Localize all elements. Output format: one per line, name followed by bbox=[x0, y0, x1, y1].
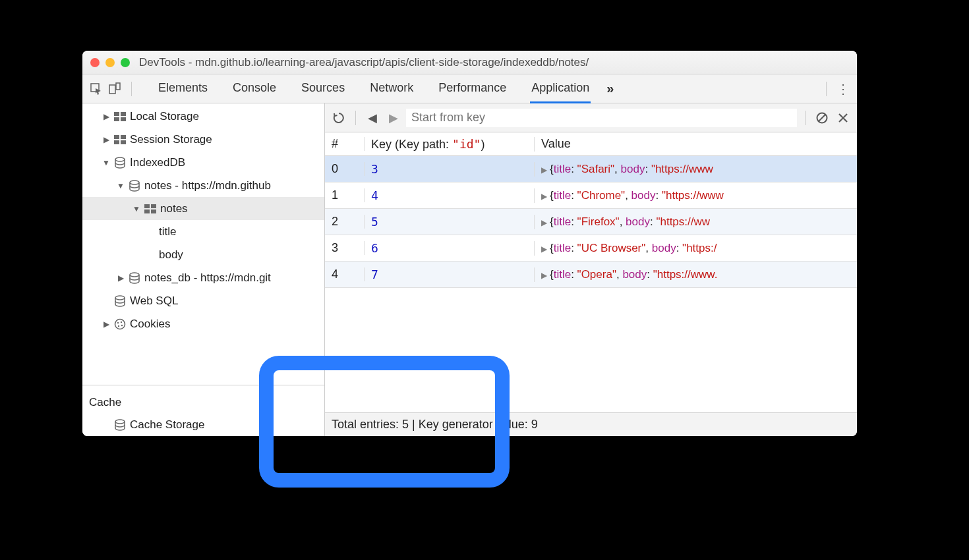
cell-value: ▶{title: "Chrome", body: "https://www bbox=[535, 188, 857, 202]
svg-point-12 bbox=[130, 181, 139, 184]
expand-arrow-icon[interactable] bbox=[117, 181, 125, 190]
sidebar-item-label: notes bbox=[160, 202, 188, 215]
table-row[interactable]: 14▶{title: "Chrome", body: "https://www bbox=[325, 182, 857, 209]
cell-key: 7 bbox=[365, 267, 535, 282]
table-header: # Key (Key path: "id") Value bbox=[325, 132, 857, 156]
svg-rect-6 bbox=[121, 117, 126, 121]
tab-performance[interactable]: Performance bbox=[437, 74, 508, 103]
zoom-window-button[interactable] bbox=[121, 58, 130, 67]
cell-value: ▶{title: "UC Browser", body: "https:/ bbox=[535, 241, 857, 255]
table-row[interactable]: 25▶{title: "Firefox", body: "https://ww bbox=[325, 209, 857, 235]
next-page-button[interactable]: ▶ bbox=[385, 109, 402, 126]
application-sidebar: Local Storage Session Storage IndexedDB … bbox=[82, 103, 325, 436]
sidebar-item-notes-db[interactable]: notes - https://mdn.github bbox=[82, 174, 324, 197]
col-header-key[interactable]: Key (Key path: "id") bbox=[365, 137, 535, 152]
status-bar: Total entries: 5 | Key generator value: … bbox=[325, 412, 857, 436]
tabs-overflow-button[interactable]: » bbox=[606, 81, 614, 96]
cell-key: 3 bbox=[365, 162, 535, 177]
expand-arrow-icon[interactable] bbox=[102, 112, 110, 121]
cell-index: 4 bbox=[325, 267, 365, 281]
table-row[interactable]: 36▶{title: "UC Browser", body: "https:/ bbox=[325, 235, 857, 262]
idb-toolbar: ◀ ▶ bbox=[325, 103, 857, 132]
cell-index: 2 bbox=[325, 215, 365, 229]
svg-rect-7 bbox=[114, 135, 119, 139]
svg-rect-8 bbox=[121, 135, 126, 139]
sidebar-item-web-sql[interactable]: Web SQL bbox=[82, 289, 324, 312]
close-window-button[interactable] bbox=[90, 58, 100, 67]
sidebar-item-notes-store[interactable]: notes bbox=[82, 197, 324, 220]
idb-data-table: # Key (Key path: "id") Value 03▶{title: … bbox=[325, 132, 857, 412]
expand-arrow-icon[interactable] bbox=[102, 158, 110, 167]
panel-body: Local Storage Session Storage IndexedDB … bbox=[82, 103, 857, 436]
delete-selected-button[interactable] bbox=[835, 109, 852, 126]
cell-key: 6 bbox=[365, 241, 535, 256]
svg-point-19 bbox=[115, 319, 125, 329]
cookie-icon bbox=[114, 318, 126, 330]
inspect-element-icon[interactable] bbox=[89, 82, 103, 96]
expand-arrow-icon[interactable] bbox=[117, 273, 125, 283]
database-icon bbox=[114, 419, 126, 431]
main-panel: ◀ ▶ # Key (Key path: "id") Value bbox=[325, 103, 857, 436]
svg-rect-13 bbox=[144, 204, 150, 208]
storage-grid-icon bbox=[114, 135, 126, 144]
svg-rect-1 bbox=[109, 85, 115, 94]
sidebar-item-index-body[interactable]: body bbox=[82, 243, 324, 266]
tab-application[interactable]: Application bbox=[530, 74, 591, 103]
tab-console[interactable]: Console bbox=[231, 74, 278, 103]
sidebar-item-label: notes - https://mdn.github bbox=[144, 179, 271, 192]
sidebar-item-index-title[interactable]: title bbox=[82, 220, 324, 243]
col-header-index[interactable]: # bbox=[325, 137, 365, 151]
sidebar-item-session-storage[interactable]: Session Storage bbox=[82, 128, 324, 151]
expand-arrow-icon[interactable]: ▶ bbox=[541, 244, 547, 254]
tab-network[interactable]: Network bbox=[368, 74, 415, 103]
kebab-menu-icon[interactable]: ⋮ bbox=[836, 82, 850, 96]
svg-rect-16 bbox=[151, 210, 156, 213]
minimize-window-button[interactable] bbox=[105, 58, 115, 67]
svg-rect-3 bbox=[114, 112, 119, 116]
prev-page-button[interactable]: ◀ bbox=[364, 109, 381, 126]
storage-grid-icon bbox=[144, 204, 156, 213]
expand-arrow-icon[interactable]: ▶ bbox=[541, 218, 547, 227]
sidebar-item-cookies[interactable]: Cookies bbox=[82, 312, 324, 335]
svg-point-21 bbox=[121, 321, 122, 322]
status-text: Total entries: 5 | Key generator value: … bbox=[332, 418, 538, 432]
cell-key: 5 bbox=[365, 215, 535, 229]
sidebar-item-label: IndexedDB bbox=[130, 156, 185, 169]
divider bbox=[805, 111, 806, 125]
svg-rect-5 bbox=[114, 117, 119, 121]
expand-arrow-icon[interactable]: ▶ bbox=[541, 165, 547, 175]
tab-sources[interactable]: Sources bbox=[300, 74, 346, 103]
sidebar-item-label: title bbox=[159, 225, 176, 238]
table-row[interactable]: 03▶{title: "Safari", body: "https://www bbox=[325, 156, 857, 182]
sidebar-item-local-storage[interactable]: Local Storage bbox=[82, 105, 324, 128]
device-toolbar-icon[interactable] bbox=[107, 82, 122, 96]
svg-rect-4 bbox=[121, 112, 126, 116]
col-header-value[interactable]: Value bbox=[535, 137, 857, 151]
sidebar-item-cache-storage[interactable]: Cache Storage bbox=[82, 413, 324, 436]
expand-arrow-icon[interactable] bbox=[132, 204, 140, 213]
divider bbox=[131, 82, 132, 96]
table-body: 03▶{title: "Safari", body: "https://www1… bbox=[325, 156, 857, 288]
expand-arrow-icon[interactable] bbox=[102, 135, 110, 144]
expand-arrow-icon[interactable]: ▶ bbox=[541, 192, 547, 201]
sidebar-item-notes-db2[interactable]: notes_db - https://mdn.git bbox=[82, 266, 324, 289]
traffic-lights bbox=[90, 58, 130, 67]
svg-point-23 bbox=[118, 325, 119, 326]
expand-arrow-icon[interactable] bbox=[102, 320, 110, 329]
divider bbox=[355, 111, 356, 125]
cell-index: 3 bbox=[325, 241, 365, 255]
svg-rect-2 bbox=[116, 83, 120, 90]
expand-arrow-icon[interactable]: ▶ bbox=[541, 271, 547, 280]
cell-value: ▶{title: "Firefox", body: "https://ww bbox=[535, 215, 857, 229]
start-from-key-input[interactable] bbox=[406, 109, 797, 127]
sidebar-item-label: body bbox=[159, 248, 183, 262]
sidebar-item-indexeddb[interactable]: IndexedDB bbox=[82, 151, 324, 174]
svg-point-20 bbox=[117, 322, 119, 323]
svg-rect-10 bbox=[121, 140, 126, 144]
refresh-button[interactable] bbox=[330, 109, 347, 126]
svg-point-18 bbox=[115, 296, 125, 300]
table-row[interactable]: 47▶{title: "Opera", body: "https://www. bbox=[325, 262, 857, 288]
clear-object-store-button[interactable] bbox=[813, 109, 831, 126]
tab-elements[interactable]: Elements bbox=[157, 74, 209, 103]
window-title: DevTools - mdn.github.io/learning-area/j… bbox=[139, 56, 589, 69]
